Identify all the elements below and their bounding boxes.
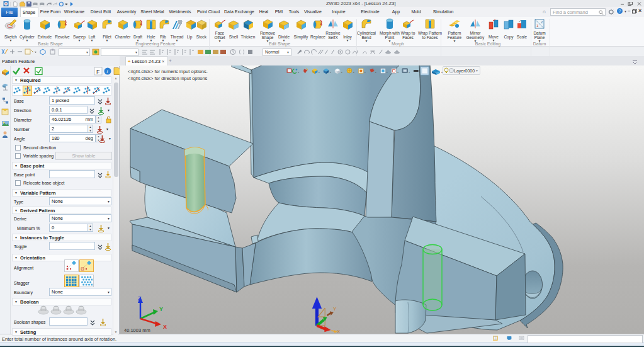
- svg-text:▾: ▾: [341, 71, 342, 74]
- svg-text:▾: ▾: [375, 71, 376, 74]
- svg-text:Y: Y: [159, 306, 163, 312]
- svg-text:X: X: [163, 324, 167, 329]
- svg-text:▾: ▾: [353, 71, 354, 74]
- svg-text:▾: ▾: [409, 71, 410, 74]
- svg-text:▾: ▾: [298, 71, 300, 74]
- svg-text:Y: Y: [333, 306, 336, 312]
- svg-text:X: X: [337, 329, 340, 334]
- svg-text:▾: ▾: [387, 71, 388, 74]
- svg-text:i: i: [106, 69, 108, 74]
- svg-text:▾: ▾: [330, 71, 331, 74]
- svg-text:F: F: [96, 69, 100, 75]
- svg-text:▾: ▾: [397, 71, 398, 74]
- svg-text:▾: ▾: [364, 71, 366, 74]
- svg-text:Z: Z: [138, 295, 142, 302]
- svg-text:▾: ▾: [319, 71, 320, 74]
